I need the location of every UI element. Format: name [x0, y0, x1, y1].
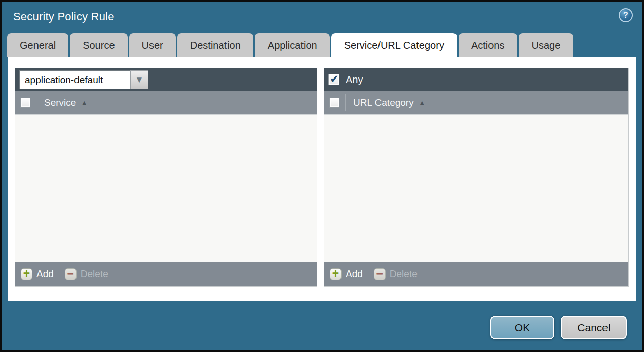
minus-glyph: −	[67, 268, 74, 280]
tab-application[interactable]: Application	[255, 33, 330, 57]
plus-glyph: +	[332, 268, 339, 280]
chevron-down-icon: ▼	[135, 75, 144, 84]
url-category-add-label: Add	[346, 268, 363, 280]
delete-icon: −	[374, 268, 386, 280]
tab-destination[interactable]: Destination	[177, 33, 253, 57]
sort-ascending-icon: ▲	[419, 99, 426, 107]
url-category-panel: ✔ Any ✔ URL Category ▲	[324, 68, 629, 287]
service-type-dropdown-button[interactable]: ▼	[130, 70, 148, 89]
dialog-body: application-default ▼ ✔ Service ▲	[8, 57, 636, 301]
cancel-button[interactable]: Cancel	[561, 316, 627, 339]
service-select-all-checkbox[interactable]: ✔	[20, 98, 30, 108]
ok-button[interactable]: OK	[490, 316, 554, 339]
tab-destination-label: Destination	[190, 40, 241, 51]
minus-glyph: −	[376, 268, 383, 280]
panels-container: application-default ▼ ✔ Service ▲	[15, 68, 629, 287]
title-bar: Security Policy Rule ?	[2, 2, 642, 33]
add-icon: +	[330, 268, 342, 280]
url-category-column-header-label: URL Category	[353, 97, 414, 108]
sort-ascending-icon: ▲	[81, 99, 88, 107]
column-divider	[36, 94, 36, 111]
url-category-delete-label: Delete	[390, 268, 418, 280]
url-category-select-all-checkbox[interactable]: ✔	[329, 98, 339, 108]
service-delete-label: Delete	[81, 268, 108, 280]
service-delete-button[interactable]: − Delete	[65, 268, 108, 280]
service-table-body	[15, 115, 317, 262]
tab-source-label: Source	[83, 40, 115, 51]
any-checkbox[interactable]: ✔	[328, 74, 339, 85]
help-icon[interactable]: ?	[619, 8, 633, 22]
security-policy-rule-dialog: Security Policy Rule ? General Source Us…	[0, 0, 644, 352]
service-type-dropdown-value[interactable]: application-default	[19, 70, 130, 89]
tab-application-label: Application	[268, 40, 317, 51]
dialog-action-bar: OK Cancel	[2, 301, 642, 339]
tab-user[interactable]: User	[129, 33, 176, 57]
url-category-column-header[interactable]: URL Category ▲	[353, 97, 426, 108]
column-divider	[345, 94, 346, 111]
plus-glyph: +	[23, 268, 30, 280]
tab-general-label: General	[20, 40, 56, 51]
url-category-delete-button[interactable]: − Delete	[374, 268, 418, 280]
service-table-header: ✔ Service ▲	[15, 91, 317, 115]
tab-usage[interactable]: Usage	[519, 33, 574, 57]
tab-service-url-category[interactable]: Service/URL Category	[331, 33, 457, 57]
tab-actions-label: Actions	[471, 40, 505, 51]
service-column-header[interactable]: Service ▲	[44, 97, 88, 108]
check-icon: ✔	[330, 73, 339, 84]
url-category-table-header: ✔ URL Category ▲	[324, 91, 628, 115]
add-icon: +	[21, 268, 32, 280]
tab-service-url-category-label: Service/URL Category	[344, 40, 444, 51]
service-column-header-label: Service	[44, 97, 76, 108]
service-panel-toolbar: application-default ▼	[15, 68, 317, 91]
service-add-button[interactable]: + Add	[21, 268, 54, 280]
any-checkbox-label: Any	[346, 74, 363, 86]
tab-actions[interactable]: Actions	[459, 33, 517, 57]
service-type-dropdown[interactable]: application-default ▼	[19, 70, 148, 89]
tab-general[interactable]: General	[7, 33, 68, 57]
help-icon-glyph: ?	[623, 11, 628, 20]
url-category-panel-toolbar: ✔ Any	[324, 68, 628, 91]
service-panel-footer: + Add − Delete	[15, 262, 317, 286]
url-category-add-button[interactable]: + Add	[330, 268, 363, 280]
tab-source[interactable]: Source	[70, 33, 127, 57]
tab-user-label: User	[142, 40, 163, 51]
service-panel: application-default ▼ ✔ Service ▲	[15, 68, 317, 287]
url-category-table-body	[324, 115, 628, 262]
tab-bar: General Source User Destination Applicat…	[2, 33, 642, 57]
page-title: Security Policy Rule	[13, 10, 115, 23]
tab-usage-label: Usage	[532, 40, 561, 51]
delete-icon: −	[65, 268, 77, 280]
service-add-label: Add	[36, 268, 54, 280]
url-category-panel-footer: + Add − Delete	[324, 262, 628, 286]
